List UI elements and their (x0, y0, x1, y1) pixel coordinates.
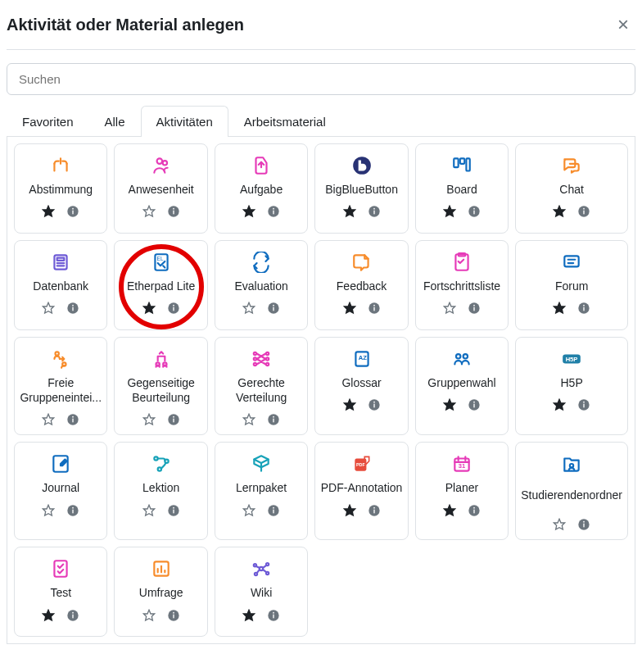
info-button[interactable] (267, 205, 280, 218)
star-toggle[interactable] (42, 413, 55, 426)
star-toggle[interactable] (553, 205, 566, 218)
activity-studierenden[interactable]: Studierendenordner (515, 442, 628, 540)
info-button[interactable] (368, 398, 381, 411)
star-toggle[interactable] (242, 413, 255, 426)
info-button[interactable] (66, 504, 79, 517)
star-toggle[interactable] (142, 504, 156, 517)
svg-point-133 (570, 464, 573, 467)
activity-board[interactable]: Board (415, 143, 509, 234)
activity-test[interactable]: Test (14, 547, 107, 637)
activity-anwesenheit[interactable]: Anwesenheit (114, 143, 207, 234)
info-button[interactable] (167, 205, 180, 218)
star-toggle[interactable] (343, 504, 356, 517)
star-toggle[interactable] (142, 413, 156, 426)
info-button[interactable] (267, 609, 280, 622)
info-button[interactable] (368, 504, 381, 517)
star-toggle[interactable] (343, 302, 356, 315)
activity-fortschritt[interactable]: Fortschrittsliste (415, 240, 509, 330)
star-toggle[interactable] (142, 205, 156, 218)
activity-chat[interactable]: Chat (515, 143, 628, 234)
activity-wiki[interactable]: Wiki (215, 547, 308, 637)
star-toggle[interactable] (343, 205, 356, 218)
tab-all[interactable]: Alle (89, 106, 141, 137)
info-button[interactable] (167, 504, 180, 517)
activity-umfrage[interactable]: Umfrage (114, 547, 207, 637)
star-toggle[interactable] (443, 504, 456, 517)
activity-label: Gerechte Verteilung (220, 375, 302, 405)
svg-marker-117 (243, 505, 254, 515)
info-button[interactable] (468, 398, 481, 411)
activity-feedback[interactable]: Feedback (314, 240, 408, 330)
activity-abstimmung[interactable]: Abstimmung (14, 143, 107, 234)
star-toggle[interactable] (553, 518, 566, 531)
star-toggle[interactable] (242, 609, 255, 622)
star-toggle[interactable] (242, 205, 255, 218)
star-toggle[interactable] (42, 504, 55, 517)
info-button[interactable] (66, 302, 79, 315)
tab-mat[interactable]: Arbeitsmaterial (228, 106, 341, 137)
info-button[interactable] (66, 609, 79, 622)
star-toggle[interactable] (142, 609, 156, 622)
info-button[interactable] (167, 413, 180, 426)
activity-label: Umfrage (139, 585, 183, 600)
search-input[interactable] (7, 63, 635, 95)
star-toggle[interactable] (343, 398, 356, 411)
star-toggle[interactable] (443, 302, 456, 315)
svg-point-43 (173, 305, 174, 306)
info-button[interactable] (368, 302, 381, 315)
info-button[interactable] (267, 504, 280, 517)
info-button[interactable] (368, 205, 381, 218)
bbb-icon (351, 154, 373, 177)
svg-point-5 (162, 161, 166, 165)
star-toggle[interactable] (242, 504, 255, 517)
activity-gegenseitig[interactable]: Gegenseitige Beurteilung (114, 337, 207, 435)
star-toggle[interactable] (443, 205, 456, 218)
close-button[interactable]: × (611, 13, 635, 36)
info-button[interactable] (167, 609, 180, 622)
star-toggle[interactable] (443, 398, 456, 411)
tab-act[interactable]: Aktivitäten (141, 106, 228, 137)
activity-bbb[interactable]: BigBlueButton (314, 143, 408, 234)
star-toggle[interactable] (142, 302, 156, 315)
activity-aufgabe[interactable]: Aufgabe (215, 143, 308, 234)
activity-evaluation[interactable]: Evaluation (215, 240, 308, 330)
star-toggle[interactable] (42, 609, 55, 622)
activity-lektion[interactable]: Lektion (114, 442, 207, 540)
activity-planer[interactable]: 31 Planer (415, 442, 509, 540)
svg-rect-103 (583, 404, 584, 408)
activity-etherpad[interactable]: EL Etherpad Lite (114, 240, 207, 330)
info-button[interactable] (468, 504, 481, 517)
star-toggle[interactable] (42, 302, 55, 315)
activity-datenbank[interactable]: Datenbank (14, 240, 107, 330)
info-button[interactable] (267, 413, 280, 426)
activity-freiegruppe[interactable]: Freie Gruppeneintei... (14, 337, 107, 435)
info-button[interactable] (468, 302, 481, 315)
attendance-icon (151, 154, 172, 177)
activity-grid-container: Abstimmung Anwesenheit Aufgabe BigBlueBu… (7, 137, 635, 644)
svg-point-64 (583, 305, 585, 306)
info-button[interactable] (468, 205, 481, 218)
info-button[interactable] (577, 518, 590, 531)
card-actions (553, 398, 590, 411)
activity-glossar[interactable]: AZ Glossar (314, 337, 408, 435)
activity-lernpaket[interactable]: Lernpaket (215, 442, 308, 540)
activity-gerechte[interactable]: Gerechte Verteilung (215, 337, 308, 435)
tab-fav[interactable]: Favoriten (7, 106, 89, 137)
star-toggle[interactable] (553, 302, 566, 315)
activity-gruppenwahl[interactable]: Gruppenwahl (415, 337, 509, 435)
info-button[interactable] (577, 302, 590, 315)
info-button[interactable] (66, 413, 79, 426)
info-button[interactable] (267, 302, 280, 315)
activity-h5p[interactable]: H5P H5P (515, 337, 628, 435)
info-button[interactable] (577, 205, 590, 218)
star-toggle[interactable] (553, 398, 566, 411)
activity-pdfannot[interactable]: PDF PDF-Annotation (314, 442, 408, 540)
star-toggle[interactable] (42, 205, 55, 218)
info-button[interactable] (66, 205, 79, 218)
activity-forum[interactable]: Forum (515, 240, 628, 330)
activity-journal[interactable]: Journal (14, 442, 107, 540)
info-button[interactable] (167, 302, 180, 315)
svg-marker-129 (444, 505, 454, 515)
info-button[interactable] (577, 398, 590, 411)
star-toggle[interactable] (242, 302, 255, 315)
